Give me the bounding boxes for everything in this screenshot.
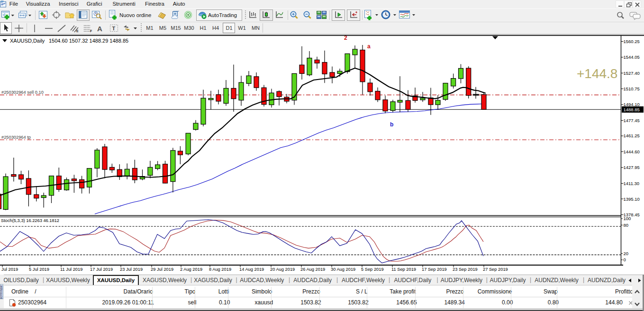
svg-text:a: a [367,43,371,50]
svg-text:5 Jul 2019: 5 Jul 2019 [29,267,49,272]
svg-text:+144.8: +144.8 [577,66,617,81]
svg-text:27 Sep 2019: 27 Sep 2019 [483,267,508,272]
svg-text:80: 80 [624,222,629,228]
svg-text:11 Jul 2019: 11 Jul 2019 [60,267,82,272]
svg-text:2 Aug 2019: 2 Aug 2019 [180,267,202,272]
svg-text:Jul 2019: Jul 2019 [1,267,18,272]
svg-text:#250302964 tp: #250302964 tp [1,135,31,140]
svg-text:#250302964 sell 0.10: #250302964 sell 0.10 [1,90,44,95]
svg-text:11 Sep 2019: 11 Sep 2019 [391,267,416,272]
svg-text:26 Aug 2019: 26 Aug 2019 [300,267,325,272]
svg-text:1544.05: 1544.05 [624,54,640,60]
svg-text:17 Jul 2019: 17 Jul 2019 [90,267,113,272]
svg-text:XAUUSD,Daily 1504.60 1507.32: XAUUSD,Daily 1504.60 1507.32 1488.29 148… [10,38,128,44]
svg-text:14 Aug 2019: 14 Aug 2019 [239,267,264,272]
svg-text:1427.95: 1427.95 [624,165,640,170]
svg-text:b: b [390,121,393,128]
svg-text:100: 100 [624,216,631,221]
svg-text:Stoch(5,3,3) 16.2263 46.1812: Stoch(5,3,3) 16.2263 46.1812 [1,218,59,223]
svg-text:0: 0 [624,257,626,262]
svg-text:8 Aug 2019: 8 Aug 2019 [209,267,231,272]
svg-text:20: 20 [624,251,629,256]
svg-text:1461.25: 1461.25 [624,133,640,138]
svg-text:1477.45: 1477.45 [624,118,640,123]
svg-text:1488.85: 1488.85 [624,107,640,112]
svg-text:17 Sep 2019: 17 Sep 2019 [422,267,447,272]
svg-text:E: E [76,29,79,33]
svg-text:1527.40: 1527.40 [624,71,640,76]
svg-text:30 Aug 2019: 30 Aug 2019 [331,267,355,272]
svg-text:T: T [112,26,116,31]
svg-text:1560.25: 1560.25 [624,39,640,44]
svg-text:F: F [90,29,92,33]
svg-text:29 Jul 2019: 29 Jul 2019 [151,267,173,272]
svg-text:1395.10: 1395.10 [624,196,640,202]
svg-text:20 Aug 2019: 20 Aug 2019 [270,267,295,272]
svg-text:5 Sep 2019: 5 Sep 2019 [361,267,384,272]
svg-text:1444.60: 1444.60 [624,149,640,154]
svg-text:1510.75: 1510.75 [624,86,640,91]
svg-text:1411.30: 1411.30 [624,181,640,186]
svg-text:23 Jul 2019: 23 Jul 2019 [120,267,143,272]
svg-text:23 Sep 2019: 23 Sep 2019 [453,267,478,272]
